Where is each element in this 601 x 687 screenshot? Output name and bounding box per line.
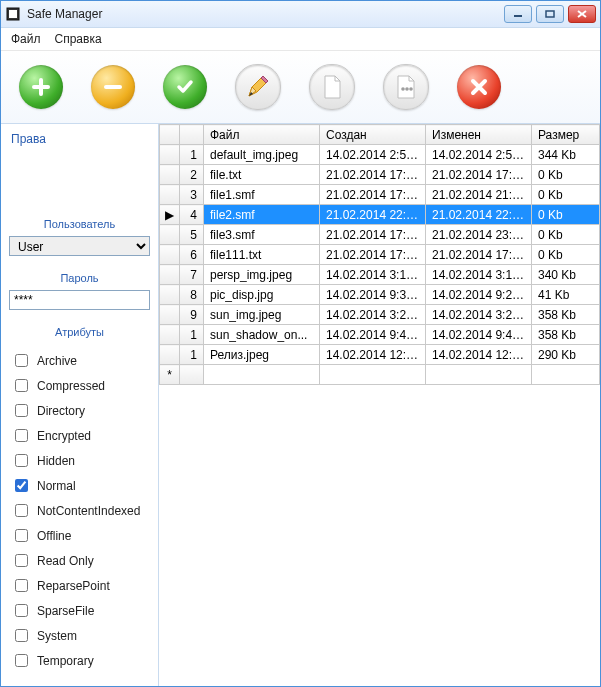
cell-file[interactable]: file.txt bbox=[204, 165, 320, 185]
cell-size[interactable]: 358 Kb bbox=[532, 305, 600, 325]
file-table-wrap[interactable]: Файл Создан Изменен Размер 1default_img.… bbox=[159, 124, 600, 686]
attr-hidden[interactable]: Hidden bbox=[9, 448, 150, 473]
user-select[interactable]: User bbox=[9, 236, 150, 256]
cell-size[interactable]: 0 Kb bbox=[532, 165, 600, 185]
empty-cell[interactable] bbox=[532, 365, 600, 385]
attr-checkbox[interactable] bbox=[15, 454, 28, 467]
cell-file[interactable]: file1.smf bbox=[204, 185, 320, 205]
table-row[interactable]: 8pic_disp.jpg14.02.2014 9:30:...14.02.20… bbox=[160, 285, 600, 305]
cell-file[interactable]: default_img.jpeg bbox=[204, 145, 320, 165]
cell-modified[interactable]: 21.02.2014 17:2... bbox=[426, 165, 532, 185]
cell-file[interactable]: Релиз.jpeg bbox=[204, 345, 320, 365]
cell-modified[interactable]: 21.02.2014 23:0... bbox=[426, 225, 532, 245]
attr-directory[interactable]: Directory bbox=[9, 398, 150, 423]
attr-checkbox[interactable] bbox=[15, 404, 28, 417]
cell-size[interactable]: 0 Kb bbox=[532, 205, 600, 225]
table-row[interactable]: 1default_img.jpeg14.02.2014 2:54:...14.0… bbox=[160, 145, 600, 165]
table-row[interactable]: 1sun_shadow_on...14.02.2014 9:43:...14.0… bbox=[160, 325, 600, 345]
attr-checkbox[interactable] bbox=[15, 554, 28, 567]
table-row[interactable]: 9sun_img.jpeg14.02.2014 3:21:...14.02.20… bbox=[160, 305, 600, 325]
new-file-button[interactable] bbox=[309, 64, 355, 110]
menu-help[interactable]: Справка bbox=[55, 32, 102, 46]
table-row[interactable]: 5file3.smf21.02.2014 17:5...21.02.2014 2… bbox=[160, 225, 600, 245]
cell-created[interactable]: 14.02.2014 9:30:... bbox=[320, 285, 426, 305]
ok-button[interactable] bbox=[163, 65, 207, 109]
table-row[interactable]: 3file1.smf21.02.2014 17:2...21.02.2014 2… bbox=[160, 185, 600, 205]
attr-checkbox[interactable] bbox=[15, 604, 28, 617]
table-row[interactable]: ▶4file2.smf21.02.2014 22:5...21.02.2014 … bbox=[160, 205, 600, 225]
cell-created[interactable]: 21.02.2014 17:2... bbox=[320, 185, 426, 205]
minimize-button[interactable] bbox=[504, 5, 532, 23]
attr-checkbox[interactable] bbox=[15, 429, 28, 442]
attr-encrypted[interactable]: Encrypted bbox=[9, 423, 150, 448]
cell-size[interactable]: 290 Kb bbox=[532, 345, 600, 365]
cell-created[interactable]: 14.02.2014 2:54:... bbox=[320, 145, 426, 165]
edit-button[interactable] bbox=[235, 64, 281, 110]
col-file[interactable]: Файл bbox=[204, 125, 320, 145]
attr-sparsefile[interactable]: SparseFile bbox=[9, 598, 150, 623]
table-row[interactable]: 2file.txt21.02.2014 17:2...21.02.2014 17… bbox=[160, 165, 600, 185]
password-input[interactable] bbox=[9, 290, 150, 310]
cell-file[interactable]: file111.txt bbox=[204, 245, 320, 265]
empty-cell[interactable] bbox=[320, 365, 426, 385]
cell-size[interactable]: 0 Kb bbox=[532, 185, 600, 205]
attr-checkbox[interactable] bbox=[15, 654, 28, 667]
cell-modified[interactable]: 14.02.2014 3:21:... bbox=[426, 305, 532, 325]
table-row[interactable]: 1Релиз.jpeg14.02.2014 12:5...14.02.2014 … bbox=[160, 345, 600, 365]
cell-file[interactable]: sun_shadow_on... bbox=[204, 325, 320, 345]
new-row[interactable]: * bbox=[160, 365, 600, 385]
attr-checkbox[interactable] bbox=[15, 629, 28, 642]
cell-size[interactable]: 358 Kb bbox=[532, 325, 600, 345]
cell-size[interactable]: 0 Kb bbox=[532, 225, 600, 245]
attr-checkbox[interactable] bbox=[15, 379, 28, 392]
attr-temporary[interactable]: Temporary bbox=[9, 648, 150, 673]
attr-checkbox[interactable] bbox=[15, 479, 28, 492]
cell-file[interactable]: sun_img.jpeg bbox=[204, 305, 320, 325]
cell-created[interactable]: 14.02.2014 3:21:... bbox=[320, 305, 426, 325]
maximize-button[interactable] bbox=[536, 5, 564, 23]
properties-button[interactable] bbox=[383, 64, 429, 110]
attr-checkbox[interactable] bbox=[15, 504, 28, 517]
cell-created[interactable]: 21.02.2014 17:5... bbox=[320, 225, 426, 245]
cell-modified[interactable]: 14.02.2014 2:54:... bbox=[426, 145, 532, 165]
cell-created[interactable]: 14.02.2014 3:10:... bbox=[320, 265, 426, 285]
cell-size[interactable]: 340 Kb bbox=[532, 265, 600, 285]
cell-size[interactable]: 344 Kb bbox=[532, 145, 600, 165]
remove-button[interactable] bbox=[91, 65, 135, 109]
cell-modified[interactable]: 14.02.2014 9:29:... bbox=[426, 285, 532, 305]
cell-modified[interactable]: 14.02.2014 3:10:... bbox=[426, 265, 532, 285]
attr-checkbox[interactable] bbox=[15, 529, 28, 542]
menu-file[interactable]: Файл bbox=[11, 32, 41, 46]
attr-offline[interactable]: Offline bbox=[9, 523, 150, 548]
col-number[interactable] bbox=[180, 125, 204, 145]
cell-file[interactable]: file3.smf bbox=[204, 225, 320, 245]
table-row[interactable]: 6file111.txt21.02.2014 17:2...21.02.2014… bbox=[160, 245, 600, 265]
titlebar[interactable]: Safe Manager bbox=[1, 1, 600, 28]
empty-cell[interactable] bbox=[204, 365, 320, 385]
col-indicator[interactable] bbox=[160, 125, 180, 145]
col-modified[interactable]: Изменен bbox=[426, 125, 532, 145]
attr-normal[interactable]: Normal bbox=[9, 473, 150, 498]
cell-created[interactable]: 21.02.2014 17:2... bbox=[320, 165, 426, 185]
attr-checkbox[interactable] bbox=[15, 354, 28, 367]
attr-reparsepoint[interactable]: ReparsePoint bbox=[9, 573, 150, 598]
cell-created[interactable]: 21.02.2014 17:2... bbox=[320, 245, 426, 265]
cell-modified[interactable]: 21.02.2014 22:5... bbox=[426, 205, 532, 225]
cell-file[interactable]: file2.smf bbox=[204, 205, 320, 225]
cell-created[interactable]: 14.02.2014 12:5... bbox=[320, 345, 426, 365]
col-size[interactable]: Размер bbox=[532, 125, 600, 145]
attr-notcontentindexed[interactable]: NotContentIndexed bbox=[9, 498, 150, 523]
attr-system[interactable]: System bbox=[9, 623, 150, 648]
cell-file[interactable]: persp_img.jpeg bbox=[204, 265, 320, 285]
close-button[interactable] bbox=[568, 5, 596, 23]
cancel-button[interactable] bbox=[457, 65, 501, 109]
cell-size[interactable]: 41 Kb bbox=[532, 285, 600, 305]
cell-size[interactable]: 0 Kb bbox=[532, 245, 600, 265]
add-button[interactable] bbox=[19, 65, 63, 109]
attr-read only[interactable]: Read Only bbox=[9, 548, 150, 573]
cell-file[interactable]: pic_disp.jpg bbox=[204, 285, 320, 305]
cell-created[interactable]: 14.02.2014 9:43:... bbox=[320, 325, 426, 345]
empty-cell[interactable] bbox=[426, 365, 532, 385]
col-created[interactable]: Создан bbox=[320, 125, 426, 145]
attr-checkbox[interactable] bbox=[15, 579, 28, 592]
